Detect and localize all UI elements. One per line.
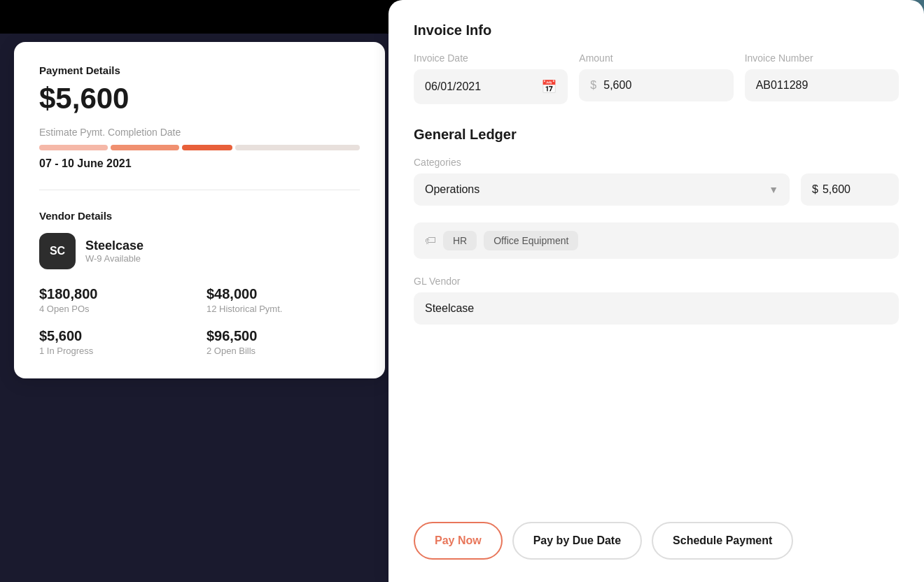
gl-vendor-label: GL Vendor [414,276,899,287]
stat-open-bills: $96,500 2 Open Bills [206,328,360,356]
stat-in-progress: $5,600 1 In Progress [39,328,192,356]
progress-seg-1 [39,145,108,150]
gl-vendor-section: GL Vendor Steelcase [414,276,899,325]
vendor-avatar: SC [39,233,76,269]
invoice-date-input[interactable]: 06/01/2021 📅 [414,69,568,104]
payment-details-label: Payment Details [39,64,360,76]
divider-1 [39,190,360,190]
chevron-down-icon: ▼ [769,184,778,195]
calendar-icon: 📅 [541,79,556,94]
stat-label-historical: 12 Historical Pymt. [206,304,360,314]
invoice-fields: Invoice Date 06/01/2021 📅 Amount $ 5,600… [414,52,899,104]
category-amount-field[interactable]: $ 5,600 [801,173,899,206]
progress-seg-3 [182,145,232,150]
schedule-payment-button[interactable]: Schedule Payment [652,522,793,560]
category-value: Operations [425,183,479,196]
stats-grid: $180,800 4 Open POs $48,000 12 Historica… [39,286,360,356]
stat-value-open-bills: $96,500 [206,328,360,344]
invoice-date-field-group: Invoice Date 06/01/2021 📅 [414,52,568,104]
left-panel: Payment Details $5,600 Estimate Pymt. Co… [14,42,385,378]
invoice-number-field-group: Invoice Number AB011289 [745,52,899,104]
tag-icon: 🏷 [425,234,436,247]
progress-seg-4 [235,145,360,150]
amount-prefix: $ [590,79,596,92]
estimate-label: Estimate Pymt. Completion Date [39,127,360,138]
categories-label: Categories [414,157,899,168]
invoice-number-value: AB011289 [756,79,808,92]
amount-value: 5,600 [603,79,631,92]
stat-label-open-pos: 4 Open POs [39,304,192,314]
vendor-details-label: Vendor Details [39,210,360,222]
stat-label-open-bills: 2 Open Bills [206,346,360,356]
stat-historical: $48,000 12 Historical Pymt. [206,286,360,314]
category-dropdown[interactable]: Operations ▼ [414,173,790,206]
vendor-row: SC Steelcase W-9 Available [39,233,360,269]
stat-value-open-pos: $180,800 [39,286,192,302]
progress-bar [39,145,360,150]
action-buttons: Pay Now Pay by Due Date Schedule Payment [414,522,899,560]
pay-now-button[interactable]: Pay Now [414,522,503,560]
category-amount-prefix: $ [812,183,818,196]
invoice-date-value: 06/01/2021 [425,80,481,93]
right-panel: Invoice Info Invoice Date 06/01/2021 📅 A… [388,0,924,582]
payment-amount: $5,600 [39,82,360,115]
progress-seg-2 [111,145,179,150]
gl-vendor-input[interactable]: Steelcase [414,292,899,325]
invoice-number-input[interactable]: AB011289 [745,69,899,101]
general-ledger-section: General Ledger Categories Operations ▼ $… [414,127,899,206]
invoice-date-label: Invoice Date [414,52,568,64]
invoice-number-label: Invoice Number [745,52,899,64]
general-ledger-title: General Ledger [414,127,899,143]
tag-office-equipment[interactable]: Office Equipment [484,231,578,250]
tag-hr[interactable]: HR [443,231,477,250]
invoice-info-title: Invoice Info [414,22,899,38]
stat-open-pos: $180,800 4 Open POs [39,286,192,314]
stat-value-historical: $48,000 [206,286,360,302]
vendor-sub: W-9 Available [85,253,144,264]
gl-fields: Operations ▼ $ 5,600 [414,173,899,206]
pay-by-due-date-button[interactable]: Pay by Due Date [512,522,642,560]
stat-label-in-progress: 1 In Progress [39,346,192,356]
date-range: 07 - 10 June 2021 [39,157,360,170]
vendor-name: Steelcase [85,239,144,253]
stat-value-in-progress: $5,600 [39,328,192,344]
amount-label: Amount [579,52,733,64]
amount-field-group: Amount $ 5,600 [579,52,733,104]
tags-row: 🏷 HR Office Equipment [414,222,899,259]
category-amount-value: 5,600 [822,183,850,196]
amount-input[interactable]: $ 5,600 [579,69,733,101]
vendor-info: Steelcase W-9 Available [85,239,144,264]
